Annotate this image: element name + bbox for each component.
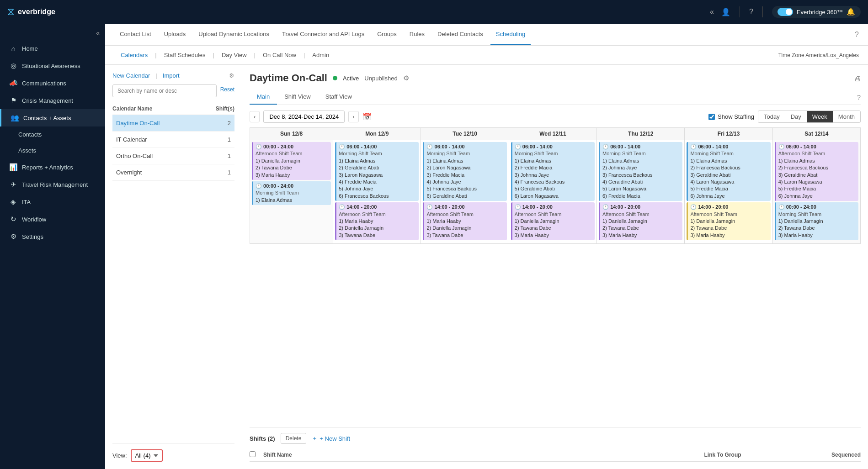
tab-main[interactable]: Main xyxy=(250,90,277,105)
sidebar-item-reports-analytics[interactable]: 📊 Reports + Analytics xyxy=(0,158,105,176)
sidebar-item-crisis-management[interactable]: ⚑ Crisis Management xyxy=(0,92,105,109)
sidebar-item-communications[interactable]: 📣 Communications xyxy=(0,74,105,92)
secondary-tabs: Calendars | Staff Schedules | Day View |… xyxy=(105,46,868,65)
shifts-select-all-checkbox[interactable] xyxy=(250,451,256,457)
col-header-mon: Mon 12/9 xyxy=(333,128,421,140)
view-day-button[interactable]: Day xyxy=(785,111,807,122)
toggle-switch[interactable] xyxy=(777,8,793,16)
calendar-title-row: Daytime On-Call Active Unpublished ⚙ 🖨 xyxy=(250,72,861,84)
sidebar-item-ita[interactable]: ◈ ITA xyxy=(0,193,105,211)
user-icon[interactable]: 👤 xyxy=(721,8,730,16)
event-sat-1[interactable]: 🕐 06:00 - 14:00 Afternoon Shift Team 1) … xyxy=(775,142,858,201)
calendar-icon[interactable]: 📅 xyxy=(362,112,372,121)
event-wed-2[interactable]: 🕐 14:00 - 20:00 Afternoon Shift Team 1) … xyxy=(511,202,595,240)
shifts-col-name: Shift Name xyxy=(263,452,502,458)
calendar-shifts-daytime: 2 xyxy=(217,120,231,126)
collapse-icon[interactable]: « xyxy=(710,8,714,16)
new-calendar-button[interactable]: New Calendar xyxy=(112,72,150,79)
tab-uploads[interactable]: Uploads xyxy=(159,24,192,45)
top-help-icon[interactable]: ? xyxy=(855,31,859,39)
sidebar-item-settings[interactable]: ⚙ Settings xyxy=(0,228,105,245)
col-header-fri: Fri 12/13 xyxy=(685,128,772,140)
left-panel-settings-icon[interactable]: ⚙ xyxy=(229,72,234,79)
col-header-thu: Thu 12/12 xyxy=(597,128,685,140)
event-mon-1[interactable]: 🕐 06:00 - 14:00 Morning Shift Team 1) El… xyxy=(335,142,419,201)
calendar-item-overnight[interactable]: Overnight 1 xyxy=(112,164,234,181)
calendar-name-it: IT Calendar xyxy=(116,136,217,143)
view-label: View: xyxy=(112,452,127,459)
tab-travel-connector[interactable]: Travel Connector and API Logs xyxy=(277,24,370,45)
view-week-button[interactable]: Week xyxy=(807,111,833,122)
prev-week-button[interactable]: ‹ xyxy=(250,111,260,122)
new-shift-button[interactable]: ＋ + New Shift xyxy=(312,434,350,443)
sec-tab-on-call-now[interactable]: On Call Now xyxy=(256,47,303,63)
right-panel: Daytime On-Call Active Unpublished ⚙ 🖨 M… xyxy=(242,65,868,469)
event-fri-2[interactable]: 🕐 14:00 - 20:00 Afternoon Shift Team 1) … xyxy=(687,202,770,240)
travel-risk-icon: ✈ xyxy=(9,180,17,189)
event-mon-2[interactable]: 🕐 14:00 - 20:00 Afternoon Shift Team 1) … xyxy=(335,202,419,240)
sidebar-label-situational: Situational Awareness xyxy=(22,63,80,69)
sec-tab-calendars[interactable]: Calendars xyxy=(114,47,154,63)
calendar-name-daytime: Daytime On-Call xyxy=(116,120,217,126)
delete-button[interactable]: Delete xyxy=(281,433,307,444)
sidebar-item-workflow[interactable]: ↻ Workflow xyxy=(0,211,105,228)
tab-shift-view[interactable]: Shift View xyxy=(277,90,318,105)
col-header-tue: Tue 12/10 xyxy=(421,128,509,140)
calendar-title: Daytime On-Call xyxy=(250,72,327,84)
tab-rules[interactable]: Rules xyxy=(404,24,430,45)
calendar-gear-icon[interactable]: ⚙ xyxy=(403,74,409,82)
tab-scheduling[interactable]: Scheduling xyxy=(490,24,531,45)
event-tue-1[interactable]: 🕐 06:00 - 14:00 Morning Shift Team 1) El… xyxy=(423,142,506,201)
calendar-item-ortho[interactable]: Ortho On-Call 1 xyxy=(112,148,234,164)
search-input[interactable] xyxy=(112,84,217,97)
settings-icon: ⚙ xyxy=(9,232,17,241)
event-sun-2[interactable]: 🕐 00:00 - 24:00 Morning Shift Team 1) El… xyxy=(252,181,331,205)
show-staffing-checkbox[interactable] xyxy=(708,114,715,120)
sidebar-item-assets[interactable]: Assets xyxy=(0,142,105,158)
help-icon[interactable]: ? xyxy=(749,8,753,16)
shifts-table-header: Shift Name Link To Group Sequenced xyxy=(250,448,861,462)
sec-tab-admin[interactable]: Admin xyxy=(306,47,335,63)
tab-staff-view[interactable]: Staff View xyxy=(318,90,359,105)
print-icon[interactable]: 🖨 xyxy=(854,74,861,82)
sec-tab-staff-schedules[interactable]: Staff Schedules xyxy=(158,47,212,63)
event-thu-1[interactable]: 🕐 06:00 - 14:00 Morning Shift Team 1) El… xyxy=(599,142,682,201)
crisis-icon: ⚑ xyxy=(9,96,17,105)
sidebar-item-travel-risk[interactable]: ✈ Travel Risk Management xyxy=(0,176,105,193)
sidebar-item-home[interactable]: ⌂ Home xyxy=(0,40,105,57)
calendar-nav-row: ‹ Dec 8, 2024-Dec 14, 2024 › 📅 Show Staf… xyxy=(250,111,861,123)
calendar-item-daytime-oncall[interactable]: Daytime On-Call 2 xyxy=(112,115,234,132)
sidebar-item-contacts-assets[interactable]: 👥 Contacts + Assets xyxy=(0,109,105,126)
sidebar-label-ita: ITA xyxy=(22,199,31,206)
sec-tab-day-view[interactable]: Day View xyxy=(215,47,253,63)
event-wed-1[interactable]: 🕐 06:00 - 14:00 Morning Shift Team 1) El… xyxy=(511,142,595,201)
event-sat-2[interactable]: 🕐 00:00 - 24:00 Morning Shift Team 1) Da… xyxy=(775,202,858,240)
sidebar-item-contacts[interactable]: Contacts xyxy=(0,126,105,142)
sidebar-item-situational-awareness[interactable]: ◎ Situational Awareness xyxy=(0,57,105,74)
event-sun-1[interactable]: 🕐 00:00 - 24:00 Afternoon Shift Team 1) … xyxy=(252,142,331,180)
communications-icon: 📣 xyxy=(9,79,17,87)
workflow-icon: ↻ xyxy=(9,215,17,223)
shifts-header: Shifts (2) Delete ＋ + New Shift xyxy=(250,433,861,444)
reset-button[interactable]: Reset xyxy=(220,84,234,97)
calendar-item-it[interactable]: IT Calendar 1 xyxy=(112,132,234,148)
event-tue-2[interactable]: 🕐 14:00 - 20:00 Afternoon Shift Team 1) … xyxy=(423,202,506,240)
import-button[interactable]: Import xyxy=(163,72,180,79)
view-month-button[interactable]: Month xyxy=(833,111,860,122)
notification-icon[interactable]: 🔔 xyxy=(847,8,855,16)
tab-groups[interactable]: Groups xyxy=(372,24,402,45)
shifts-col-link: Link To Group xyxy=(502,452,741,458)
tab-upload-dynamic[interactable]: Upload Dynamic Locations xyxy=(193,24,275,45)
view-today-button[interactable]: Today xyxy=(758,111,785,122)
tab-contact-list[interactable]: Contact List xyxy=(114,24,157,45)
view-select[interactable]: All (4) xyxy=(131,449,163,462)
calendar-panel: New Calendar | Import ⚙ Reset Calendar N… xyxy=(105,65,868,469)
event-thu-2[interactable]: 🕐 14:00 - 20:00 Afternoon Shift Team 1) … xyxy=(599,202,682,240)
sidebar-collapse-btn[interactable]: « xyxy=(0,27,105,40)
date-range-button[interactable]: Dec 8, 2024-Dec 14, 2024 xyxy=(263,111,345,123)
tab-deleted-contacts[interactable]: Deleted Contacts xyxy=(432,24,489,45)
view-help-icon[interactable]: ? xyxy=(857,93,861,101)
event-fri-1[interactable]: 🕐 06:00 - 14:00 Morning Shift Team 1) El… xyxy=(687,142,770,201)
col-header-wed: Wed 12/11 xyxy=(509,128,596,140)
next-week-button[interactable]: › xyxy=(348,111,358,122)
